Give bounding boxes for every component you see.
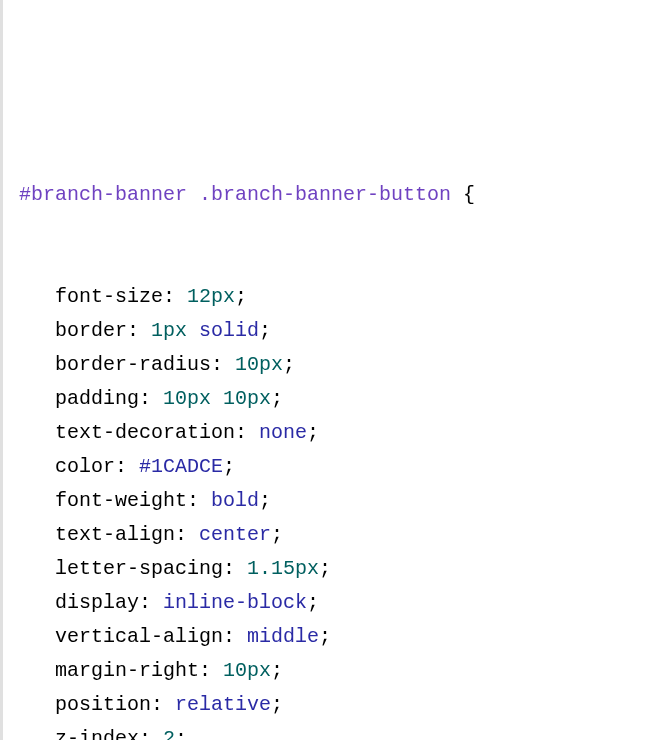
css-property: text-decoration [55, 421, 235, 444]
css-property: margin-right [55, 659, 199, 682]
css-property: vertical-align [55, 625, 223, 648]
css-property: font-size [55, 285, 163, 308]
selector-line: #branch-banner .branch-banner-button { [13, 178, 652, 212]
css-rule: margin-right: 10px; [13, 654, 652, 688]
css-property: z-index [55, 727, 139, 740]
css-rule: color: #1CADCE; [13, 450, 652, 484]
selector-id: #branch-banner [19, 183, 187, 206]
css-property: letter-spacing [55, 557, 223, 580]
css-rule: padding: 10px 10px; [13, 382, 652, 416]
css-rule: z-index: 2; [13, 722, 652, 740]
css-property: text-align [55, 523, 175, 546]
css-rule: vertical-align: middle; [13, 620, 652, 654]
css-property: font-weight [55, 489, 187, 512]
css-rule: font-size: 12px; [13, 280, 652, 314]
css-property: color [55, 455, 115, 478]
css-rule: letter-spacing: 1.15px; [13, 552, 652, 586]
selector-class: .branch-banner-button [199, 183, 451, 206]
css-rule: border: 1px solid; [13, 314, 652, 348]
css-rule: border-radius: 10px; [13, 348, 652, 382]
css-code-block: #branch-banner .branch-banner-button { f… [3, 110, 652, 740]
css-property: display [55, 591, 139, 614]
css-rule: display: inline-block; [13, 586, 652, 620]
css-property: padding [55, 387, 139, 410]
rule-list: font-size: 12px;border: 1px solid;border… [13, 280, 652, 740]
css-rule: text-decoration: none; [13, 416, 652, 450]
css-rule: text-align: center; [13, 518, 652, 552]
css-property: position [55, 693, 151, 716]
css-property: border-radius [55, 353, 211, 376]
css-rule: position: relative; [13, 688, 652, 722]
css-property: border [55, 319, 127, 342]
open-brace: { [463, 183, 475, 206]
css-rule: font-weight: bold; [13, 484, 652, 518]
